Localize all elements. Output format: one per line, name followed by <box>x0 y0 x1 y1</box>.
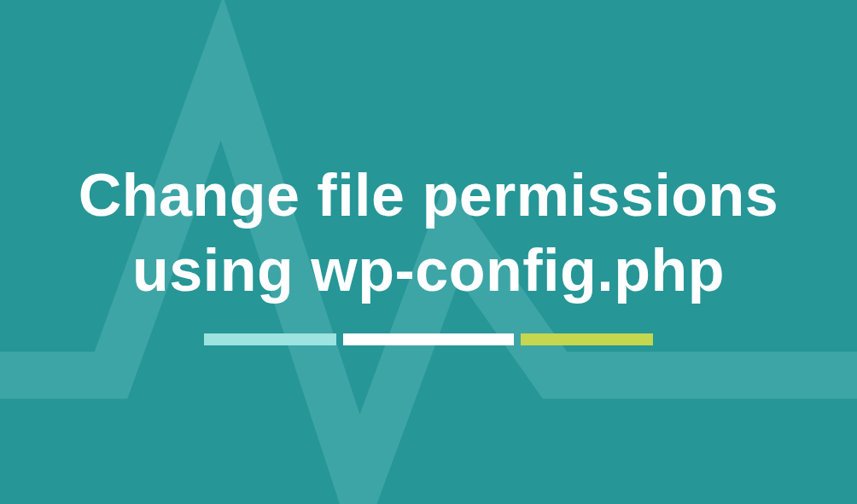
accent-bar-cyan <box>204 333 336 345</box>
page-title: Change file permissions using wp-config.… <box>34 159 823 308</box>
decorative-color-bars <box>204 333 653 345</box>
accent-bar-lime <box>521 333 653 345</box>
accent-bar-white <box>343 333 514 345</box>
main-content: Change file permissions using wp-config.… <box>0 0 857 504</box>
